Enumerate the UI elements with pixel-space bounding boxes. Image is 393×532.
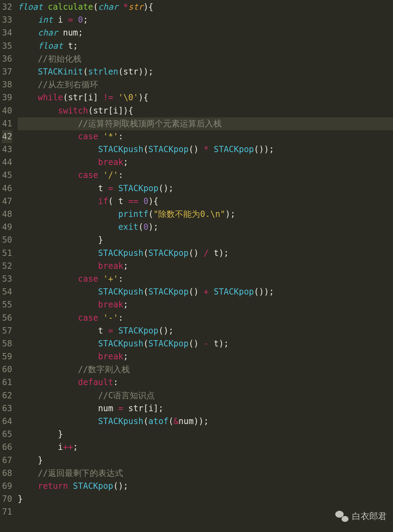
code-line[interactable]: break; [18, 156, 393, 169]
token-kw-ctrl: break [98, 300, 123, 310]
token-punct [18, 391, 98, 400]
code-line[interactable]: } [18, 454, 393, 467]
token-param: str [128, 2, 143, 12]
token-punct: )); [138, 67, 153, 77]
code-line[interactable]: switch(str[i]){ [18, 104, 393, 117]
token-punct: ]; [153, 404, 163, 413]
code-line[interactable]: i++; [18, 441, 393, 454]
token-op: ++ [63, 442, 73, 452]
token-punct: ()); [254, 144, 274, 154]
token-punct [18, 157, 98, 167]
code-line[interactable]: break; [18, 350, 393, 363]
token-punct [18, 416, 98, 426]
token-punct: ; [123, 352, 128, 361]
code-line[interactable]: float t; [18, 40, 393, 53]
token-punct [18, 248, 98, 258]
token-punct: ; [123, 261, 128, 271]
token-punct: } [18, 455, 43, 465]
code-line[interactable]: t = STACKpop(); [18, 182, 393, 195]
code-line[interactable]: STACKpush(STACKpop() - t); [18, 337, 393, 350]
token-punct: ; [123, 300, 128, 310]
line-number: 69 [2, 480, 12, 493]
token-punct: ; [78, 28, 83, 38]
token-punct [18, 28, 38, 38]
token-punct: ){ [149, 196, 159, 206]
code-line[interactable]: case '/': [18, 169, 393, 182]
token-punct [18, 106, 58, 116]
code-line[interactable]: STACKpush(STACKpop() + STACKpop()); [18, 285, 393, 298]
code-line[interactable]: printf("除数不能为0.\n"); [18, 208, 393, 221]
token-punct: ]){ [118, 106, 133, 116]
code-line[interactable]: t = STACKpop(); [18, 324, 393, 337]
code-line[interactable]: int i = 0; [18, 14, 393, 26]
code-line[interactable]: return STACKpop(); [18, 480, 393, 493]
token-punct [18, 377, 78, 387]
code-area[interactable]: float calculate(char *str){ int i = 0; c… [16, 0, 393, 532]
code-line[interactable]: exit(0); [18, 221, 393, 234]
token-punct: ); [219, 248, 229, 258]
code-line[interactable]: break; [18, 298, 393, 311]
token-punct [113, 183, 118, 193]
token-punct [63, 41, 68, 51]
code-line[interactable]: case '*': [18, 130, 393, 143]
code-line[interactable]: STACKinit(strlen(str)); [18, 65, 393, 78]
token-punct: () [189, 144, 203, 154]
code-line[interactable]: STACKpush(STACKpop() * STACKpop()); [18, 143, 393, 156]
code-line[interactable]: //初始化栈 [18, 53, 393, 65]
token-fn-call: STACKpop [149, 248, 189, 258]
code-line[interactable]: case '-': [18, 312, 393, 324]
code-line[interactable]: } [18, 234, 393, 247]
line-number: 52 [2, 260, 12, 273]
code-line[interactable]: STACKpush(atof(&num)); [18, 415, 393, 428]
token-punct: [ [83, 93, 88, 102]
code-line[interactable]: default: [18, 376, 393, 389]
line-number: 57 [2, 324, 12, 337]
token-punct [53, 15, 58, 25]
token-punct: (); [159, 326, 174, 336]
code-line[interactable]: //数字则入栈 [18, 363, 393, 376]
token-punct: ( [143, 248, 148, 258]
code-line[interactable]: if( t == 0){ [18, 195, 393, 208]
code-line[interactable]: //从左到右循环 [18, 78, 393, 91]
token-ident: num [98, 404, 113, 413]
token-punct: ){ [138, 93, 149, 102]
code-line[interactable]: float calculate(char *str){ [18, 1, 393, 14]
token-punct: () [189, 248, 203, 258]
code-line[interactable]: } [18, 493, 393, 506]
token-kw-type: float [18, 2, 43, 12]
token-ident: t [214, 339, 218, 349]
token-punct [18, 119, 78, 128]
code-line[interactable]: break; [18, 260, 393, 273]
token-punct: [ [108, 106, 113, 116]
token-kw-ctrl: case [78, 313, 98, 323]
token-fn-call: printf [118, 209, 149, 219]
token-punct: ( [83, 67, 88, 77]
token-str: "除数不能为0.\n" [153, 209, 225, 219]
token-kw-type: float [38, 41, 63, 51]
code-line[interactable]: char num; [18, 26, 393, 39]
line-number: 37 [2, 65, 12, 78]
code-line[interactable]: //运算符则取栈顶两个元素运算后入栈 [18, 117, 393, 130]
code-line[interactable]: //C语言知识点 [18, 389, 393, 402]
code-line[interactable]: num = str[i]; [18, 402, 393, 415]
token-punct [98, 313, 103, 323]
token-punct [18, 352, 98, 361]
token-fn-call: STACKpop [73, 481, 113, 491]
code-line[interactable]: } [18, 428, 393, 441]
token-punct: ( [138, 222, 143, 232]
token-kw-ctrl: while [38, 93, 63, 102]
token-punct [18, 326, 98, 336]
code-editor[interactable]: 3233343536373839404142434445464748495051… [0, 0, 393, 532]
code-line[interactable]: while(str[i] != '\0'){ [18, 91, 393, 104]
code-line[interactable]: //返回最剩下的表达式 [18, 467, 393, 480]
token-ident: str [68, 93, 83, 102]
code-line[interactable]: case '+': [18, 273, 393, 285]
token-ident: i [149, 404, 153, 413]
token-fn-call: STACKpop [214, 144, 254, 154]
token-punct [98, 170, 103, 180]
token-punct: ( [143, 144, 148, 154]
token-punct: ( [88, 106, 93, 116]
line-number: 47 [2, 195, 12, 208]
token-punct [118, 2, 123, 12]
code-line[interactable]: STACKpush(STACKpop() / t); [18, 247, 393, 260]
